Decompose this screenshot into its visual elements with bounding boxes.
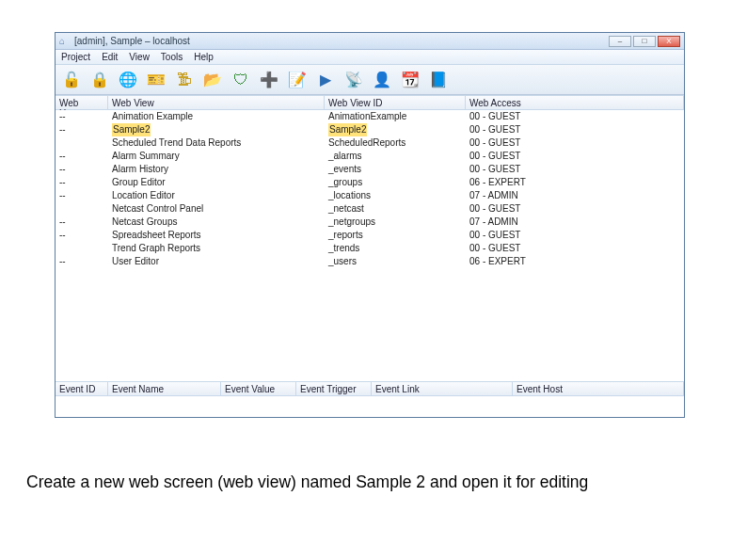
menu-tools[interactable]: Tools [161, 52, 183, 62]
table-row[interactable]: --Location Editor_locations07 - ADMIN [56, 189, 684, 202]
menu-help[interactable]: Help [194, 52, 214, 62]
col-web-view-id[interactable]: Web View ID [325, 96, 466, 109]
close-button[interactable]: X [658, 36, 680, 47]
table-row[interactable]: --Group Editor_groups06 - EXPERT [56, 176, 684, 189]
menu-edit[interactable]: Edit [102, 52, 118, 62]
table-row[interactable]: --Netcast Groups_netgroups07 - ADMIN [56, 216, 684, 229]
instruction-caption: Create a new web screen (web view) named… [26, 472, 721, 492]
table-row[interactable]: --User Editor_users06 - EXPERT [56, 255, 684, 268]
shield-icon[interactable]: 🛡 [229, 68, 253, 92]
toolbar: 🔓🔒🌐🎫🗜📂🛡➕📝▶📡👤📆📘 [56, 65, 684, 95]
app-icon: ⌂ [59, 36, 71, 47]
antenna-icon[interactable]: 📡 [342, 68, 366, 92]
user-icon[interactable]: 👤 [370, 68, 394, 92]
unlock-icon[interactable]: 🔓 [59, 68, 84, 92]
table-row[interactable]: --Alarm History_events00 - GUEST [56, 163, 684, 176]
open-globe-icon[interactable]: 🌐 [116, 68, 140, 92]
table-row[interactable]: Netcast Control Panel_netcast00 - GUEST [56, 202, 684, 216]
add-icon[interactable]: ➕ [257, 68, 281, 92]
book-icon[interactable]: 📘 [426, 68, 451, 92]
edit-note-icon[interactable]: 📝 [285, 68, 310, 92]
menu-bar: Project Edit View Tools Help [56, 50, 684, 65]
window-title: [admin], Sample – localhost [74, 36, 609, 46]
table-row[interactable]: --Alarm Summary_alarms00 - GUEST [56, 150, 684, 163]
minimize-button[interactable]: – [609, 36, 631, 47]
play-icon[interactable]: ▶ [313, 68, 338, 92]
maximize-button[interactable]: □ [633, 36, 656, 47]
col-event-trigger[interactable]: Event Trigger [296, 382, 372, 395]
table-row[interactable]: --Sample2Sample200 - GUEST [56, 123, 684, 136]
col-event-value[interactable]: Event Value [221, 382, 296, 395]
event-list[interactable] [56, 396, 684, 417]
col-web-view[interactable]: Web View [108, 96, 325, 109]
col-event-id[interactable]: Event ID [56, 382, 108, 395]
titlebar: ⌂ [admin], Sample – localhost – □ X [56, 33, 684, 50]
table-row[interactable]: --Spreadsheet Reports_reports00 - GUEST [56, 229, 684, 242]
open-ticket-icon[interactable]: 🎫 [144, 68, 168, 92]
lock-icon[interactable]: 🔒 [87, 68, 112, 92]
column-headers: Web Users Web View Web View ID Web Acces… [56, 95, 684, 110]
col-event-link[interactable]: Event Link [372, 382, 513, 395]
web-view-list[interactable]: --Animation ExampleAnimationExample00 - … [56, 110, 684, 381]
col-web-access[interactable]: Web Access [466, 96, 684, 109]
col-event-host[interactable]: Event Host [513, 382, 684, 395]
zip-icon[interactable]: 🗜 [172, 68, 197, 92]
app-window: ⌂ [admin], Sample – localhost – □ X Proj… [55, 32, 685, 418]
calendar-icon[interactable]: 📆 [398, 68, 422, 92]
col-event-name[interactable]: Event Name [108, 382, 221, 395]
table-row[interactable]: Scheduled Trend Data ReportsScheduledRep… [56, 136, 684, 150]
table-row[interactable]: Trend Graph Reports_trends00 - GUEST [56, 242, 684, 255]
menu-project[interactable]: Project [61, 52, 90, 62]
table-row[interactable]: --Animation ExampleAnimationExample00 - … [56, 110, 684, 123]
col-web-users[interactable]: Web Users [56, 96, 108, 109]
event-column-headers: Event ID Event Name Event Value Event Tr… [56, 381, 684, 396]
menu-view[interactable]: View [129, 52, 150, 62]
folder-icon[interactable]: 📂 [200, 68, 225, 92]
window-buttons: – □ X [609, 36, 680, 47]
